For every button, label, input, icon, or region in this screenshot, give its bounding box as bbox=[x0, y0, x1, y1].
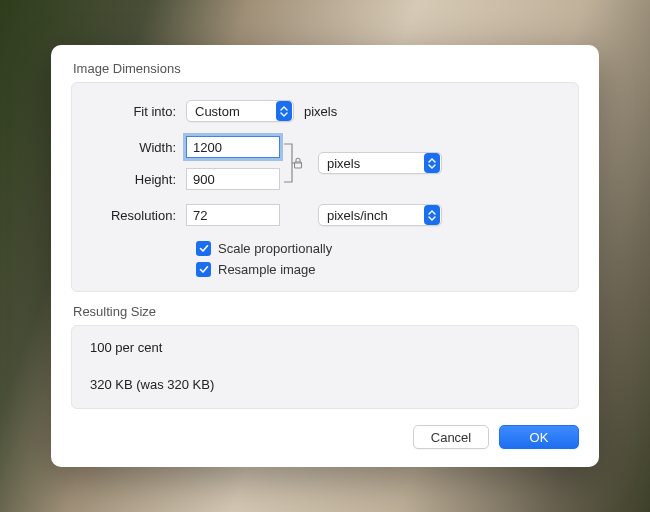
dialog-footer: Cancel OK bbox=[71, 425, 579, 449]
wh-units-popup[interactable]: pixels bbox=[318, 152, 442, 174]
resolution-units-value: pixels/inch bbox=[327, 208, 388, 223]
scale-proportionally-checkbox[interactable]: Scale proportionally bbox=[196, 241, 560, 256]
fit-into-label: Fit into: bbox=[90, 104, 186, 119]
resolution-units-popup[interactable]: pixels/inch bbox=[318, 204, 442, 226]
image-dimensions-panel: Fit into: Custom pixels Width: Height: bbox=[71, 82, 579, 292]
scale-proportionally-label: Scale proportionally bbox=[218, 241, 332, 256]
fit-into-units: pixels bbox=[304, 104, 337, 119]
resample-image-checkbox[interactable]: Resample image bbox=[196, 262, 560, 277]
wh-units-value: pixels bbox=[327, 156, 360, 171]
resolution-input[interactable] bbox=[186, 204, 280, 226]
resulting-size-panel: 100 per cent 320 KB (was 320 KB) bbox=[71, 325, 579, 409]
resample-image-label: Resample image bbox=[218, 262, 316, 277]
cancel-button[interactable]: Cancel bbox=[413, 425, 489, 449]
ok-button[interactable]: OK bbox=[499, 425, 579, 449]
height-label: Height: bbox=[90, 172, 186, 187]
height-input[interactable] bbox=[186, 168, 280, 190]
fit-into-popup[interactable]: Custom bbox=[186, 100, 294, 122]
section-resulting-size: Resulting Size bbox=[71, 304, 579, 319]
fit-into-value: Custom bbox=[195, 104, 240, 119]
link-bracket bbox=[282, 136, 312, 190]
chevron-up-down-icon bbox=[276, 101, 292, 121]
section-image-dimensions: Image Dimensions bbox=[71, 61, 579, 76]
svg-rect-0 bbox=[295, 162, 302, 168]
resolution-label: Resolution: bbox=[90, 208, 186, 223]
checkbox-checked-icon bbox=[196, 241, 211, 256]
width-input[interactable] bbox=[186, 136, 280, 158]
width-label: Width: bbox=[90, 140, 186, 155]
resize-dialog: Image Dimensions Fit into: Custom pixels… bbox=[51, 45, 599, 467]
resulting-filesize: 320 KB (was 320 KB) bbox=[90, 377, 560, 392]
checkbox-checked-icon bbox=[196, 262, 211, 277]
resulting-percent: 100 per cent bbox=[90, 340, 560, 355]
chevron-up-down-icon bbox=[424, 153, 440, 173]
chevron-up-down-icon bbox=[424, 205, 440, 225]
